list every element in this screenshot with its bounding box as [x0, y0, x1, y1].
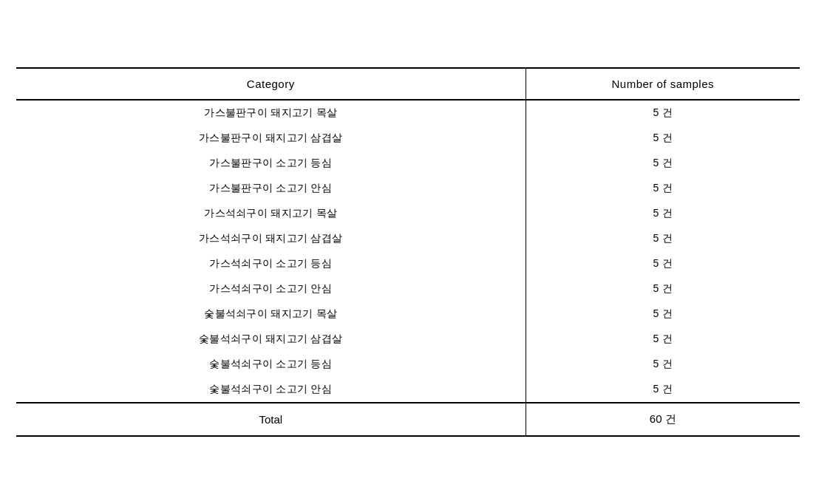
table-row: 숯불석쇠구이 소고기 등심5 건 [16, 352, 800, 377]
table-row: 가스석쇠구이 돼지고기 삼겹살5 건 [16, 226, 800, 251]
samples-cell: 5 건 [526, 352, 800, 377]
samples-header: Number of samples [526, 68, 800, 100]
table-row: 가스불판구이 돼지고기 목살5 건 [16, 100, 800, 126]
category-cell: 숯불석쇠구이 소고기 등심 [16, 352, 526, 377]
samples-cell: 5 건 [526, 327, 800, 352]
category-cell: 가스불판구이 돼지고기 삼겹살 [16, 126, 526, 151]
samples-cell: 5 건 [526, 226, 800, 251]
category-cell: 가스석쇠구이 소고기 등심 [16, 251, 526, 276]
table-row: 숯불석쇠구이 소고기 안심5 건 [16, 377, 800, 403]
samples-cell: 5 건 [526, 251, 800, 276]
footer-total: 60 건 [526, 403, 800, 436]
category-cell: 가스불판구이 돼지고기 목살 [16, 100, 526, 126]
table-row: 가스석쇠구이 돼지고기 목살5 건 [16, 201, 800, 226]
data-table: Category Number of samples 가스불판구이 돼지고기 목… [16, 67, 800, 437]
footer-row: Total 60 건 [16, 403, 800, 436]
category-cell: 가스석쇠구이 돼지고기 삼겹살 [16, 226, 526, 251]
samples-cell: 5 건 [526, 100, 800, 126]
table-row: 가스불판구이 소고기 등심5 건 [16, 151, 800, 176]
samples-cell: 5 건 [526, 302, 800, 327]
category-header: Category [16, 68, 526, 100]
table-row: 가스석쇠구이 소고기 등심5 건 [16, 251, 800, 276]
category-cell: 숯불석쇠구이 돼지고기 삼겹살 [16, 327, 526, 352]
table-row: 숯불석쇠구이 돼지고기 삼겹살5 건 [16, 327, 800, 352]
category-cell: 가스불판구이 소고기 안심 [16, 176, 526, 201]
table-row: 가스불판구이 소고기 안심5 건 [16, 176, 800, 201]
table-container: Category Number of samples 가스불판구이 돼지고기 목… [16, 67, 800, 437]
category-cell: 숯불석쇠구이 돼지고기 목살 [16, 302, 526, 327]
samples-cell: 5 건 [526, 126, 800, 151]
header-row: Category Number of samples [16, 68, 800, 100]
samples-cell: 5 건 [526, 201, 800, 226]
table-row: 가스석쇠구이 소고기 안심5 건 [16, 276, 800, 302]
table-row: 가스불판구이 돼지고기 삼겹살5 건 [16, 126, 800, 151]
table-row: 숯불석쇠구이 돼지고기 목살5 건 [16, 302, 800, 327]
samples-cell: 5 건 [526, 377, 800, 403]
category-cell: 숯불석쇠구이 소고기 안심 [16, 377, 526, 403]
category-cell: 가스석쇠구이 돼지고기 목살 [16, 201, 526, 226]
samples-cell: 5 건 [526, 276, 800, 302]
samples-cell: 5 건 [526, 176, 800, 201]
footer-label: Total [16, 403, 526, 436]
category-cell: 가스석쇠구이 소고기 안심 [16, 276, 526, 302]
category-cell: 가스불판구이 소고기 등심 [16, 151, 526, 176]
samples-cell: 5 건 [526, 151, 800, 176]
